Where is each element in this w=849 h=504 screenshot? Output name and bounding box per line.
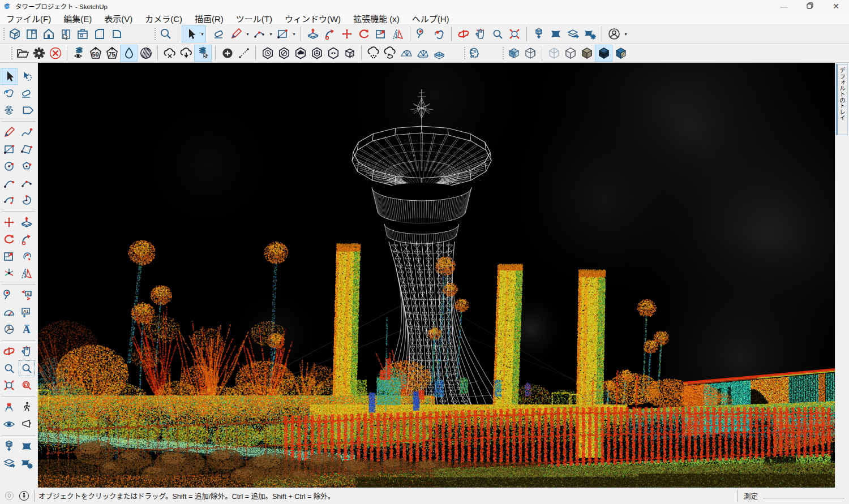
svg-text:C: C bbox=[7, 325, 9, 329]
svg-text:50: 50 bbox=[92, 51, 98, 58]
svg-text:A1: A1 bbox=[23, 309, 29, 314]
svg-text:75: 75 bbox=[108, 51, 115, 58]
svg-text:A1: A1 bbox=[27, 292, 32, 296]
